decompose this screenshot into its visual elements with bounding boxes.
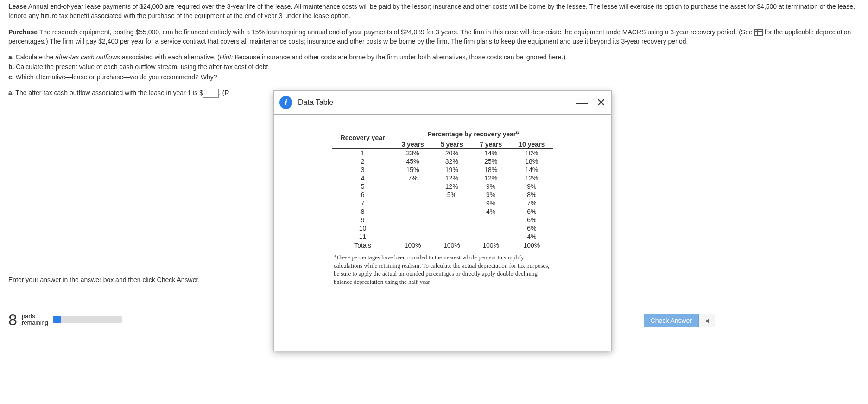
column-header: 10 years [510, 140, 553, 148]
close-icon[interactable]: ✕ [596, 96, 606, 109]
table-row: 114% [332, 232, 553, 241]
info-icon: i [279, 96, 292, 109]
check-answer-button[interactable]: Check Answer [644, 314, 699, 327]
table-row: 47%12%12%12% [332, 174, 553, 182]
table-row: 245%32%25%18% [332, 157, 553, 166]
parts-remaining: 8 parts remaining [8, 312, 122, 327]
column-header: 5 years [432, 140, 471, 148]
answer-a-label: a. [8, 89, 14, 96]
hint-text: Enter your answer in the answer box and … [8, 276, 200, 283]
table-row: 79%7% [332, 199, 553, 207]
table-row: 65%9%8% [332, 191, 553, 199]
next-button[interactable]: ◄ [699, 314, 715, 327]
lease-text: Annual end-of-year lease payments of $24… [8, 3, 855, 19]
modal-body[interactable]: Recovery year Percentage by recovery yea… [274, 115, 611, 351]
purchase-text-1: The research equipment, costing $55,000,… [38, 28, 754, 36]
table-row: 84%6% [332, 207, 553, 216]
column-header: 7 years [471, 140, 510, 148]
column-header: 3 years [393, 140, 432, 148]
progress-bar [53, 316, 122, 323]
table-footnote: aThese percentages have been rounded to … [334, 252, 551, 286]
parts-count: 8 [8, 312, 17, 327]
minimize-icon[interactable]: — [576, 100, 588, 105]
modal-header: i Data Table — ✕ [274, 91, 611, 115]
chevron-left-icon: ◄ [703, 317, 710, 324]
table-row: 96% [332, 216, 553, 224]
problem-text: Lease Annual end-of-year lease payments … [0, 0, 868, 46]
table-icon[interactable] [754, 29, 763, 36]
qa-label: a. [8, 53, 14, 61]
table-row: 133%20%14%10% [332, 148, 553, 157]
table-row: 512%9%9% [332, 182, 553, 191]
data-table-modal: i Data Table — ✕ Recovery year Percentag… [273, 90, 612, 351]
table-row: 106% [332, 224, 553, 232]
lease-label: Lease [8, 3, 27, 10]
modal-title: Data Table [298, 98, 333, 107]
purchase-label: Purchase [8, 28, 38, 36]
answer-input-a[interactable] [203, 89, 219, 98]
table-row: 315%19%18%14% [332, 166, 553, 174]
macrs-table: Recovery year Percentage by recovery yea… [332, 128, 553, 250]
qc-label: c. [8, 73, 14, 81]
qb-label: b. [8, 63, 14, 71]
